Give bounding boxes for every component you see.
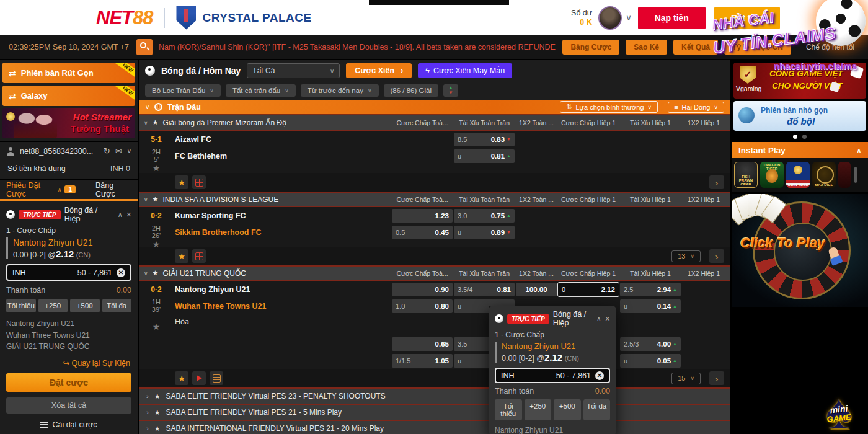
- mini-version-banner[interactable]: Phiên bản nhỏ gọn đổ bộ!: [733, 101, 866, 131]
- galaxy-banner[interactable]: ⇄ Galaxy NEW: [2, 86, 135, 106]
- odds-rate-button[interactable]: Tỷ lệ cược CN: [724, 40, 791, 55]
- markets-count-dropdown[interactable]: 13∨: [671, 250, 701, 262]
- market-filter-select[interactable]: Tất Cả ∨: [247, 63, 340, 78]
- favorite-button[interactable]: ★: [175, 371, 188, 385]
- carousel-dots[interactable]: [732, 133, 868, 142]
- avatar[interactable]: [598, 6, 622, 30]
- dot-active[interactable]: [793, 135, 797, 139]
- collapsed-league-row[interactable]: › ★ SABA ELITE FRIENDLY Virtual PES 23 -…: [139, 388, 730, 404]
- star-icon[interactable]: ★: [154, 409, 161, 417]
- odds-cell-hdp-away[interactable]: 0.50.45: [392, 226, 453, 239]
- deposit-button[interactable]: Nạp tiền: [638, 7, 706, 29]
- max-stake-button[interactable]: Tối đa: [102, 299, 132, 312]
- match-filter-dropdown[interactable]: Bộ Lọc Trận Đấu∨: [145, 84, 221, 97]
- star-icon[interactable]: ★: [154, 392, 161, 401]
- odds-cell-hdp-away[interactable]: 1.00.80: [392, 299, 453, 313]
- odds-cell-hdp-2-away[interactable]: 1/1.51.05: [392, 354, 453, 368]
- bet-table-button[interactable]: Bảng Cược: [562, 40, 619, 55]
- statement-button[interactable]: Sao Kê: [626, 40, 667, 55]
- odds-cell-ou-home[interactable]: 8.50.83▼: [454, 133, 515, 146]
- star-icon[interactable]: ★: [153, 118, 159, 126]
- odds-cell-ou-home[interactable]: 3.5/40.81: [454, 283, 515, 296]
- odds-cell-ou-away[interactable]: u0.81▲: [454, 149, 515, 163]
- stake-input[interactable]: INH 50 - 7,861 ✕: [495, 368, 610, 383]
- game-fish-prawn-crab[interactable]: FISH PRAWN CRAB: [734, 162, 758, 188]
- bet-settings-link[interactable]: Cài đặt cược: [6, 420, 131, 429]
- close-icon[interactable]: ×: [126, 210, 131, 219]
- search-icon[interactable]: [136, 39, 153, 55]
- time-filter-dropdown[interactable]: Từ trước đến nay∨: [301, 84, 379, 97]
- min-stake-button[interactable]: Tối thiểu: [495, 399, 522, 420]
- section-chevron-down-icon[interactable]: ∨: [145, 104, 149, 110]
- odds-cell-ou-home[interactable]: 3.00.75▲: [454, 209, 515, 223]
- roulette-banner[interactable]: Click To Play: [732, 194, 868, 307]
- plus-500-button[interactable]: +500: [554, 399, 581, 420]
- plus-250-button[interactable]: +250: [38, 299, 68, 312]
- expand-match-chevron[interactable]: ›: [709, 371, 724, 385]
- collapsed-league-row[interactable]: › ★ SABA INTERNATIONAL FRIENDLY Virtual …: [139, 420, 730, 434]
- clear-all-button[interactable]: Xóa tất cả: [6, 397, 131, 414]
- odds-cell-h1ou-2-home[interactable]: 2.5/34.00▲: [620, 337, 681, 351]
- net88-logo[interactable]: NET88: [96, 7, 153, 29]
- star-icon[interactable]: ★: [153, 195, 159, 203]
- back-to-event-link[interactable]: ↪ Quay lại Sự Kiện: [7, 358, 130, 368]
- mail-icon[interactable]: ✉: [115, 146, 122, 156]
- odds-cell-h1hdp-home-selected[interactable]: 02.12: [558, 283, 619, 296]
- star-icon[interactable]: ★: [154, 425, 161, 433]
- game-dragon-tiger[interactable]: DRAGON TIGER: [760, 162, 784, 188]
- account-chevron-down-icon[interactable]: ∨: [626, 13, 632, 22]
- tab-bet-board[interactable]: Bảng Cược: [95, 181, 131, 198]
- vgaming-banner[interactable]: ✓ Vgaming CỔNG GAME VIỆT CHO NGƯỜI VIỆT: [733, 63, 866, 99]
- favorite-star-icon[interactable]: ★: [153, 322, 161, 332]
- instant-play-header[interactable]: Instant Play ∧: [732, 142, 868, 158]
- place-bet-button[interactable]: Đặt cược: [6, 373, 131, 392]
- sort-button[interactable]: ▲▼: [443, 84, 458, 97]
- view-mode-dropdown[interactable]: ⇅Lựa chọn bình thường∨: [560, 101, 658, 113]
- odds-cell-hdp-home[interactable]: 0.90: [392, 283, 453, 296]
- collapse-chevron-icon[interactable]: ∧: [596, 315, 601, 323]
- league-header[interactable]: ∨★Giải bóng đá Premier Mizoram Ấn Độ Cượ…: [139, 115, 730, 131]
- game-coin-toss[interactable]: COIN TOSS: [786, 162, 810, 188]
- odds-cell-h1ou-home[interactable]: 2.52.94▲: [620, 283, 681, 296]
- odds-cell-h1ou-2-away[interactable]: u0.05▲: [620, 354, 681, 368]
- clear-stake-icon[interactable]: ✕: [117, 268, 125, 277]
- tab-bet-slip[interactable]: Phiếu Đặt Cược ∧ 1: [6, 181, 76, 198]
- clear-stake-icon[interactable]: ✕: [595, 371, 604, 380]
- stake-input[interactable]: INH 50 - 7,861 ✕: [6, 264, 131, 281]
- favorite-button[interactable]: ★: [175, 249, 188, 263]
- stream-button[interactable]: [192, 249, 206, 263]
- plus-500-button[interactable]: +500: [70, 299, 100, 312]
- league-header[interactable]: ∨★GIẢI U21 TRUNG QUỐC Cược Chấp Toà... T…: [139, 265, 730, 281]
- quick-version-banner[interactable]: ⇄ Phiên bản Rút Gọn NEW: [2, 63, 135, 83]
- plus-250-button[interactable]: +250: [525, 399, 552, 420]
- hot-streamer-banner[interactable]: Hot Streamer Tường Thuật: [2, 108, 135, 138]
- markets-count-dropdown[interactable]: 15∨: [671, 373, 701, 384]
- favorite-star-icon[interactable]: ★: [153, 163, 161, 173]
- games-scrollbar[interactable]: [854, 167, 857, 183]
- odds-cell-hdp-2-home[interactable]: 0.65: [392, 337, 453, 351]
- odds-cell-h1ou-away[interactable]: u0.14▲: [620, 299, 681, 313]
- favorite-button[interactable]: ★: [175, 175, 188, 189]
- lucky-parlay-button[interactable]: ϟ Cược Xiên May Mắn: [418, 63, 512, 78]
- all-matches-dropdown[interactable]: Tất cả trận đấu∨: [226, 84, 296, 97]
- game-partial[interactable]: [838, 162, 851, 188]
- withdraw-button[interactable]: Rút tiền: [714, 7, 780, 29]
- favorite-star-icon[interactable]: ★: [153, 239, 161, 249]
- play-stream-button[interactable]: [192, 371, 206, 385]
- expand-match-chevron[interactable]: ›: [709, 175, 724, 189]
- max-stake-button[interactable]: Tối đa: [583, 399, 611, 420]
- dot[interactable]: [802, 135, 807, 139]
- expand-match-chevron[interactable]: ›: [709, 249, 724, 263]
- collapse-chevron-icon[interactable]: ∧: [118, 211, 123, 219]
- league-header[interactable]: ∨★INDIA SFA A DIVISION S-LEAGUE Cược Chấ…: [139, 192, 730, 207]
- collapsed-league-row[interactable]: › ★ SABA ELITE FRIENDLY Virtual PES 21 -…: [139, 404, 730, 420]
- stats-button[interactable]: [210, 371, 223, 385]
- odds-cell-1x2-home[interactable]: 100.00: [516, 283, 557, 296]
- refresh-icon[interactable]: ↻: [104, 146, 110, 156]
- star-icon[interactable]: ★: [153, 269, 159, 277]
- odds-cell-ou-away[interactable]: u0.89▼: [454, 226, 515, 239]
- close-icon[interactable]: ×: [605, 314, 610, 324]
- stream-button[interactable]: [192, 175, 206, 189]
- results-button[interactable]: Kết Quả: [673, 40, 718, 55]
- game-max-dice[interactable]: MAX DICE: [812, 162, 836, 188]
